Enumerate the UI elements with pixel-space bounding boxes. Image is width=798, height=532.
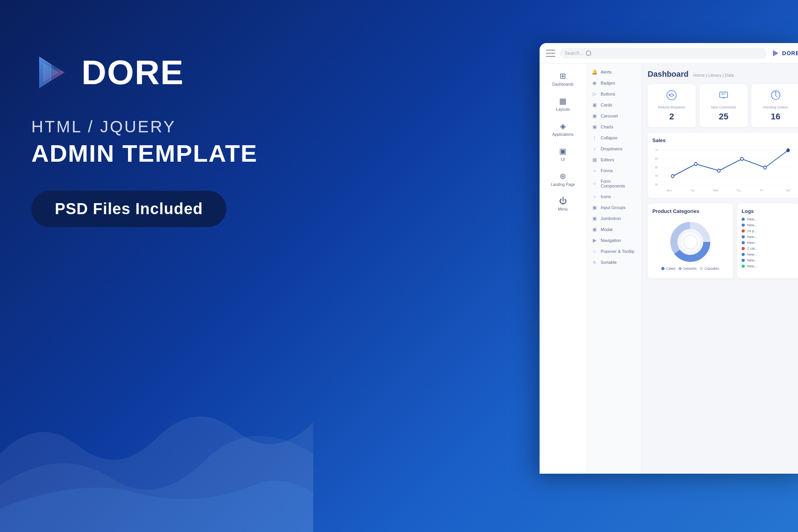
- svg-text:Thu: Thu: [736, 189, 741, 193]
- nav-charts[interactable]: ▣ Charts: [587, 121, 641, 132]
- nav-dropdowns-label: Dropdowns: [601, 146, 623, 151]
- nav-editors-label: Editors: [601, 157, 614, 162]
- log-item: 2 cat...: [742, 247, 795, 251]
- legend-cakes-label: Cakes: [666, 267, 675, 271]
- sales-chart-title: Sales: [652, 137, 795, 143]
- jumbotron-icon: ▣: [591, 216, 598, 221]
- search-icon: [586, 50, 591, 56]
- sidebar-item-landing[interactable]: ⊛ Landing Page: [540, 168, 586, 191]
- log-dot-icon: [742, 218, 745, 221]
- sidebar-item-ui[interactable]: ▣ UI: [540, 142, 586, 166]
- landing-icon: ⊛: [560, 171, 566, 181]
- svg-text:Mon: Mon: [667, 189, 672, 193]
- nav-alerts[interactable]: 🔔 Alerts: [587, 67, 641, 78]
- svg-text:Wed: Wed: [713, 189, 718, 193]
- svg-point-23: [694, 162, 697, 166]
- sidebar-item-menu[interactable]: ⏻ Menu: [540, 193, 586, 216]
- svg-point-27: [787, 149, 789, 152]
- nav-menu: 🔔 Alerts ◉ Badges ▷ Buttons ▣ Cards ▣ Ca…: [587, 63, 641, 474]
- browser-mockup: Search... DORE ⊞ Dashboa: [540, 43, 798, 474]
- svg-point-39: [683, 235, 697, 249]
- nav-cards[interactable]: ▣ Cards: [587, 99, 641, 110]
- nav-editors[interactable]: ▦ Editors: [587, 154, 641, 165]
- nav-collapse[interactable]: ↑ Collapse: [587, 132, 641, 143]
- legend-cakes: Cakes: [661, 267, 675, 271]
- editors-icon: ▦: [591, 157, 598, 162]
- log-item: New...: [742, 252, 795, 256]
- nav-form-components[interactable]: ○ Form Components: [587, 176, 641, 191]
- nav-sortable[interactable]: ≡ Sortable: [587, 257, 641, 268]
- nav-icons-label: Icons: [601, 194, 611, 199]
- comments-icon: [718, 90, 729, 103]
- nav-carousel[interactable]: ▣ Carousel: [587, 110, 641, 121]
- dashboard-header: Dashboard Home | Library | Data: [648, 70, 798, 79]
- product-categories-card: Product Categories: [648, 204, 733, 278]
- svg-text:Fri: Fri: [760, 189, 763, 193]
- log-text: New...: [747, 258, 757, 262]
- page-title: Dashboard: [648, 70, 688, 79]
- log-text: New...: [747, 235, 757, 239]
- nav-forms[interactable]: ○ Forms: [587, 165, 641, 176]
- nav-collapse-label: Collapse: [601, 135, 617, 140]
- applications-icon: ◈: [560, 121, 566, 131]
- product-categories-title: Product Categories: [652, 208, 728, 214]
- menu-nav-icon: ⏻: [559, 197, 567, 206]
- menu-icon[interactable]: [546, 50, 555, 57]
- tagline-main: ADMIN TEMPLATE: [31, 139, 305, 167]
- nav-jumbotron[interactable]: ▣ Jumbotron: [587, 213, 641, 224]
- sidebar-item-layouts[interactable]: ▦ Layouts: [540, 92, 586, 116]
- breadcrumb: Home | Library | Data: [693, 73, 734, 78]
- collapse-icon: ↑: [591, 135, 598, 141]
- badges-icon: ◉: [591, 80, 598, 86]
- log-dot-icon: [742, 241, 745, 244]
- stat-value-refund: 2: [669, 112, 674, 122]
- nav-dropdowns[interactable]: ↓ Dropdowns: [587, 143, 641, 154]
- nav-popover[interactable]: ○ Popover & Tooltip: [587, 246, 641, 257]
- search-bar[interactable]: Search...: [560, 48, 767, 59]
- stat-card-refund: Refund Requests 2: [648, 84, 696, 127]
- brand-logo-icon: [31, 51, 70, 94]
- sidebar-label-dashboards: Dashboards: [552, 82, 574, 87]
- nav-modal[interactable]: ▣ Modal: [587, 224, 641, 235]
- nav-alerts-label: Alerts: [601, 70, 612, 74]
- log-item: New...: [742, 223, 795, 227]
- sales-chart-area: 70 65 60 55 50: [652, 146, 795, 193]
- main-content: Dashboard Home | Library | Data Refund R…: [641, 63, 798, 474]
- brand-name: DORE: [81, 52, 184, 92]
- alerts-icon: 🔔: [591, 69, 598, 75]
- sidebar-label-menu: Menu: [558, 207, 568, 212]
- stats-row: Refund Requests 2 New Comments 25: [648, 84, 798, 127]
- nav-badges[interactable]: ◉ Badges: [587, 78, 641, 88]
- stat-value-orders: 16: [771, 112, 780, 122]
- nav-navigation[interactable]: ▶ Navigation: [587, 235, 641, 246]
- stat-card-comments: New Comments 25: [700, 84, 748, 127]
- nav-input-groups[interactable]: ▣ Input Groups: [587, 202, 641, 213]
- sidebar-item-applications[interactable]: ◈ Applications: [540, 117, 586, 141]
- tagline-top: HTML / JQUERY: [31, 117, 305, 136]
- dashboards-icon: ⊞: [560, 71, 566, 81]
- sidebar-label-landing: Landing Page: [551, 182, 575, 187]
- nav-jumbotron-label: Jumbotron: [601, 216, 621, 221]
- forms-icon: ○: [591, 168, 598, 173]
- svg-line-10: [776, 96, 777, 97]
- cards-icon: ▣: [591, 102, 598, 108]
- legend-cupcakes-label: Cupcakes: [704, 267, 719, 271]
- stat-label-comments: New Comments: [711, 105, 736, 109]
- stat-value-comments: 25: [719, 112, 728, 122]
- sidebar-item-dashboards[interactable]: ⊞ Dashboards: [540, 67, 586, 91]
- input-groups-icon: ▣: [591, 205, 598, 210]
- brand-row: DORE: [31, 51, 305, 94]
- nav-badges-label: Badges: [601, 81, 615, 85]
- charts-icon: ▣: [591, 124, 598, 130]
- svg-text:55: 55: [655, 174, 658, 178]
- nav-icons[interactable]: ○ Icons: [587, 191, 641, 202]
- donut-legend: Cakes Desserts Cupcakes: [661, 267, 719, 271]
- log-text: New...: [747, 264, 757, 268]
- nav-buttons[interactable]: ▷ Buttons: [587, 88, 641, 99]
- subtitle-row: HTML / JQUERY ADMIN TEMPLATE: [31, 117, 305, 167]
- log-item: New...: [742, 258, 795, 262]
- donut-area: Cakes Desserts Cupcakes: [652, 217, 728, 274]
- sortable-icon: ≡: [591, 260, 598, 265]
- svg-text:65: 65: [655, 157, 658, 161]
- log-item: New...: [742, 264, 795, 268]
